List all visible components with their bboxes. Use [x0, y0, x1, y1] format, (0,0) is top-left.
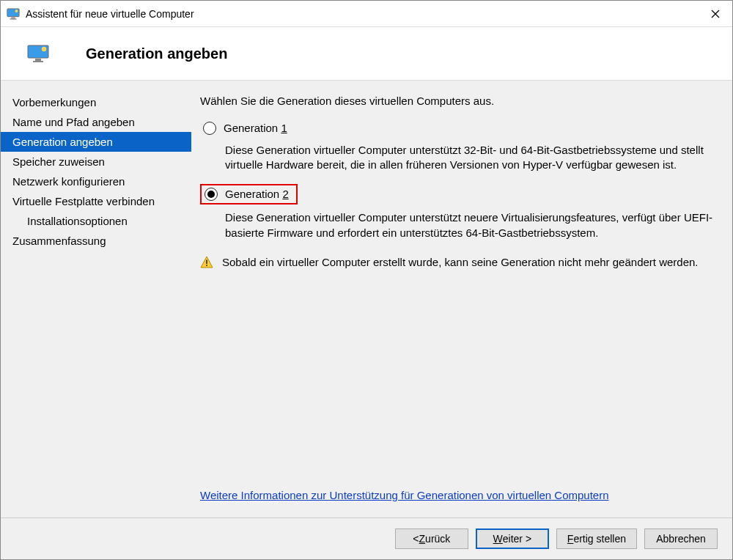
finish-button[interactable]: Fertig stellen	[556, 528, 637, 549]
wizard-content: Wählen Sie die Generation dieses virtuel…	[191, 81, 732, 517]
wizard-window: Assistent für neue virtuelle Computer Ge…	[0, 0, 733, 560]
wizard-header: Generation angeben	[1, 27, 732, 81]
window-title: Assistent für neue virtuelle Computer	[26, 8, 699, 20]
warning-text: Sobald ein virtueller Computer erstellt …	[222, 255, 699, 270]
back-button[interactable]: < Zurück	[395, 528, 468, 549]
page-icon	[27, 45, 49, 62]
titlebar: Assistent für neue virtuelle Computer	[1, 1, 732, 27]
svg-rect-1	[11, 17, 15, 18]
svg-point-3	[15, 10, 18, 12]
app-icon	[7, 8, 20, 20]
sidebar-item-memory[interactable]: Speicher zuweisen	[1, 152, 191, 172]
radio-generation-1-label: Generation 1	[224, 121, 287, 136]
radio-generation-1[interactable]	[203, 122, 216, 135]
generation-2-description: Diese Generation virtueller Computer unt…	[225, 210, 718, 240]
sidebar-item-intro[interactable]: Vorbemerkungen	[1, 92, 191, 112]
sidebar-item-generation[interactable]: Generation angeben	[1, 132, 191, 152]
help-link[interactable]: Weitere Informationen zur Unterstützung …	[200, 488, 718, 503]
close-button[interactable]	[699, 1, 732, 27]
warning-icon	[200, 256, 213, 269]
radio-generation-2[interactable]	[205, 188, 218, 201]
svg-rect-6	[33, 61, 43, 62]
sidebar-item-install-options[interactable]: Installationsoptionen	[1, 211, 191, 231]
wizard-sidebar: Vorbemerkungen Name und Pfad angeben Gen…	[1, 81, 191, 517]
next-button[interactable]: Weiter >	[476, 528, 549, 549]
wizard-footer: < Zurück Weiter > Fertig stellen Abbrech…	[1, 517, 732, 559]
radio-generation-2-row[interactable]: Generation 2	[200, 184, 298, 205]
radio-generation-2-label: Generation 2	[225, 187, 289, 202]
warning-row: Sobald ein virtueller Computer erstellt …	[200, 255, 718, 270]
svg-point-7	[42, 47, 46, 51]
cancel-button[interactable]: Abbrechen	[644, 528, 718, 549]
sidebar-item-summary[interactable]: Zusammenfassung	[1, 231, 191, 251]
sidebar-item-name-path[interactable]: Name und Pfad angeben	[1, 112, 191, 132]
sidebar-item-vhd[interactable]: Virtuelle Festplatte verbinden	[1, 191, 191, 211]
generation-1-description: Diese Generation virtueller Computer unt…	[225, 143, 718, 173]
svg-rect-2	[10, 18, 16, 19]
radio-generation-1-row[interactable]: Generation 1	[200, 119, 718, 138]
wizard-body: Vorbemerkungen Name und Pfad angeben Gen…	[1, 81, 732, 517]
sidebar-item-network[interactable]: Netzwerk konfigurieren	[1, 172, 191, 191]
page-title: Generation angeben	[86, 45, 227, 62]
svg-rect-5	[35, 59, 41, 61]
svg-rect-8	[206, 259, 207, 264]
content-intro: Wählen Sie die Generation dieses virtuel…	[200, 94, 718, 108]
svg-rect-9	[206, 265, 207, 266]
